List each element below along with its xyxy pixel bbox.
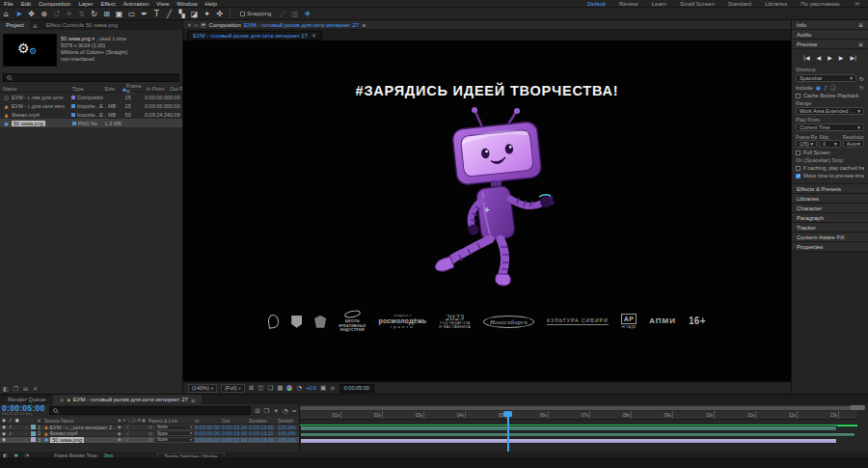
exposure-value[interactable]: +0.0 xyxy=(306,385,316,391)
range-dropdown[interactable]: Work Area Extended By Current...▾ xyxy=(796,107,864,115)
workspace-overflow-icon[interactable]: ≫ xyxy=(847,0,868,7)
frame-rate-dropdown[interactable]: (25)▾ xyxy=(796,140,817,148)
loop-icon[interactable]: ↻ xyxy=(859,84,864,91)
align-tool[interactable]: ▥ xyxy=(288,8,301,20)
label-chip[interactable] xyxy=(72,122,76,125)
layer-bar-3[interactable] xyxy=(300,438,837,444)
skip-dropdown[interactable]: 0▾ xyxy=(819,140,840,148)
clone-stamp-tool[interactable]: ▚ xyxy=(176,8,188,20)
last-frame-button[interactable]: ▶| xyxy=(850,54,856,61)
panel-menu-icon[interactable]: ≡ xyxy=(858,21,863,28)
menu-item[interactable]: Composition xyxy=(35,1,74,7)
new-folder-icon[interactable]: ❐ xyxy=(14,385,18,392)
parent-dropdown[interactable]: None▾ xyxy=(154,425,195,430)
menu-item[interactable]: Animation xyxy=(120,1,153,7)
project-row-mp4[interactable]: ▲ЕУМ - г..для сети интернет 27.mp4 Impor… xyxy=(0,101,182,110)
magnification-dropdown[interactable]: (140%)▾ xyxy=(188,384,217,393)
snapshot-camera-icon[interactable]: ▣ xyxy=(320,384,326,392)
interpret-footage-icon[interactable]: ◧ xyxy=(3,385,9,392)
panel-title[interactable]: Composition xyxy=(209,22,241,28)
shy-layers-icon[interactable]: ✦ xyxy=(273,407,278,415)
layer-stretch[interactable]: 100,0% xyxy=(278,430,301,436)
layer-out[interactable]: 0:00:13:10 xyxy=(222,430,249,436)
close-icon[interactable]: ✕ xyxy=(59,397,64,403)
menu-item[interactable]: Help xyxy=(202,1,221,7)
include-video-icon[interactable]: ◉ xyxy=(816,84,821,91)
layer-switches[interactable]: ◆ ╱ xyxy=(118,431,149,436)
snapping-toggle[interactable]: Snapping xyxy=(240,11,271,16)
layer-av-switches[interactable]: ◉ xyxy=(0,437,25,442)
pen-tool[interactable]: ✒ xyxy=(138,8,150,20)
orbit-camera-tool[interactable]: ↺ xyxy=(50,8,63,20)
panel-menu-icon[interactable]: ≡ xyxy=(362,22,366,28)
grid-guides-icon[interactable]: ⊞ xyxy=(249,384,254,392)
current-time-display[interactable]: 0:00:05:00 00125 (25.00 fps) xyxy=(2,405,45,417)
shape-tool[interactable]: ▭ xyxy=(125,8,138,20)
section-audio[interactable]: Audio xyxy=(792,30,868,40)
puppet-pin-tool[interactable]: ✜ xyxy=(213,8,226,20)
section-preview[interactable]: Preview≡ xyxy=(792,40,868,49)
parent-dropdown[interactable]: None▾ xyxy=(154,430,195,436)
play-button[interactable]: ▶ xyxy=(827,54,832,61)
frame-blending-icon[interactable]: ◔ xyxy=(283,407,288,415)
new-composition-icon[interactable]: ⊞ xyxy=(23,385,28,392)
tab-project[interactable]: Project xyxy=(0,20,30,30)
pan-behind-tool[interactable]: ▣ xyxy=(113,8,125,20)
workspace-tab-small-screen[interactable]: Small Screen xyxy=(673,1,721,7)
workspace-tab-po-umolchaniyu[interactable]: По умолчанию xyxy=(794,1,847,7)
timeline-zoom-nav[interactable] xyxy=(850,405,865,410)
rotation-tool[interactable]: ↻ xyxy=(88,8,100,20)
panel-menu-icon[interactable]: ≡ xyxy=(30,22,41,29)
composition-viewport[interactable]: #ЗАРЯДИСЬ ИДЕЕЙ ТВОРЧЕСТВА! xyxy=(183,41,791,381)
layer-switches[interactable]: ◆ ╱ xyxy=(118,437,149,442)
layer-duration[interactable]: 0:00:13:00 xyxy=(249,425,278,430)
roto-brush-tool[interactable]: ✦ xyxy=(201,8,213,20)
layer-duration[interactable]: 0:00:13:00 xyxy=(249,437,278,443)
zoom-tool[interactable]: ⊕ xyxy=(38,8,50,20)
label-chip[interactable] xyxy=(31,431,36,436)
work-area-bar[interactable] xyxy=(300,406,857,410)
draft-3d-icon[interactable]: ❐ xyxy=(264,407,270,415)
region-of-interest-icon[interactable]: ❑ xyxy=(267,384,273,392)
layer-av-switches[interactable]: ◉ ♪ xyxy=(0,431,25,436)
close-icon[interactable]: ✕ xyxy=(312,32,316,39)
menu-item[interactable]: View xyxy=(152,1,173,7)
home-tool[interactable]: ⌂ xyxy=(0,8,13,20)
project-row-composition[interactable]: ◫ЕУМ - г..лик для сети интернет 27 Compo… xyxy=(0,93,182,101)
workspace-tab-libraries[interactable]: Libraries xyxy=(758,1,794,7)
layer-row-3-selected[interactable]: ◉ › 3 ▣50 зима.png ◆ ╱ ◎None▾ 0:00:00:00… xyxy=(0,437,299,444)
layer-av-switches[interactable]: ◉ ♪ xyxy=(0,425,25,429)
include-overlays-icon[interactable]: ❏ xyxy=(830,84,835,91)
layer-bar-2[interactable] xyxy=(300,432,855,438)
previous-frame-button[interactable]: ◀ xyxy=(817,54,822,61)
hand-tool[interactable]: ✥ xyxy=(25,8,38,20)
parent-dropdown[interactable]: None▾ xyxy=(154,437,195,443)
label-chip[interactable] xyxy=(71,113,75,117)
target-crosshair-icon[interactable]: ✛ xyxy=(301,8,313,20)
full-screen-checkbox[interactable] xyxy=(796,151,800,155)
menu-item[interactable]: File xyxy=(0,1,17,7)
project-row-png-selected[interactable]: ▣50 зима.png PNG file 1,3 MB xyxy=(0,119,182,127)
section-properties[interactable]: Properties xyxy=(792,242,868,252)
type-tool[interactable]: T xyxy=(150,8,163,20)
workspace-tab-standard[interactable]: Standard xyxy=(721,1,758,7)
shortcut-dropdown[interactable]: Spacebar▾ xyxy=(796,74,856,82)
layer-switches[interactable]: ◆ ╱ xyxy=(118,425,149,429)
label-chip[interactable] xyxy=(31,425,36,429)
layer-stretch[interactable]: 100,0% xyxy=(278,425,301,430)
tab-render-queue[interactable]: Render Queue xyxy=(0,397,53,402)
snapping-checkbox[interactable] xyxy=(240,12,245,16)
dolly-camera-tool[interactable]: ⇅ xyxy=(75,8,88,20)
cache-before-playback-checkbox[interactable] xyxy=(796,94,800,98)
motion-blur-icon[interactable]: ≈ xyxy=(292,407,297,415)
section-paragraph[interactable]: Paragraph xyxy=(792,213,868,223)
section-content-aware-fill[interactable]: Content-Aware Fill xyxy=(792,233,868,242)
tab-effect-controls[interactable]: Effect Controls 50 зима.png xyxy=(41,20,124,30)
resolution-dropdown[interactable]: (Full)▾ xyxy=(221,384,245,393)
camera-tool[interactable]: ⊞ xyxy=(100,8,113,20)
viewer-timecode[interactable]: 0:00:05:00 xyxy=(339,384,374,393)
parent-pickwhip-icon[interactable]: ◎ xyxy=(149,425,152,429)
menu-item[interactable]: Effect xyxy=(96,1,119,7)
transparency-grid-icon[interactable]: ▦ xyxy=(277,384,283,392)
workspace-tab-review[interactable]: Review xyxy=(612,1,645,7)
